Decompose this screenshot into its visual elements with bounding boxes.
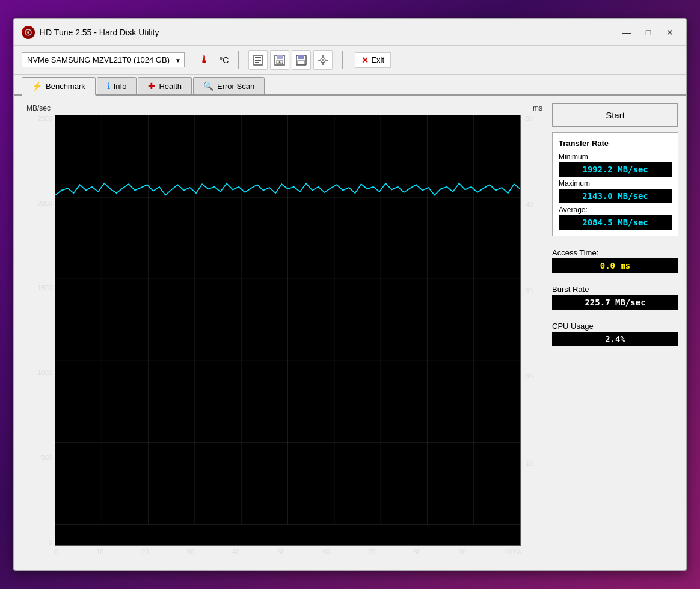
window-controls: — □ ✕ xyxy=(618,26,678,39)
minimum-label: Minimum xyxy=(559,153,672,161)
report-icon-button[interactable] xyxy=(248,50,268,70)
toolbar-separator xyxy=(238,51,239,69)
y-label-right-20: 20 xyxy=(523,373,545,380)
y-axis-title-left-container: MB/sec ms xyxy=(22,103,545,115)
svg-rect-6 xyxy=(255,62,259,63)
save-button[interactable] xyxy=(292,50,311,70)
burst-rate-container: Burst Rate 225.7 MB/sec xyxy=(552,282,678,310)
x-label-80: 80 xyxy=(413,548,420,563)
y-label-right-50: 50 xyxy=(523,115,545,122)
title-bar: HD Tune 2.55 - Hard Disk Utility — □ ✕ xyxy=(14,19,686,46)
minimum-value: 1992.2 MB/sec xyxy=(559,162,672,177)
x-label-10: 10 xyxy=(96,548,103,563)
x-label-70: 70 xyxy=(368,548,375,563)
burst-rate-value: 225.7 MB/sec xyxy=(552,295,678,310)
options-button[interactable] xyxy=(313,50,333,70)
cpu-usage-container: CPU Usage 2.4% xyxy=(552,319,678,346)
info-tab-label: Info xyxy=(114,82,127,91)
main-content: MB/sec ms 2500 2000 1500 1000 500 0 xyxy=(14,96,686,570)
chart-svg xyxy=(55,115,520,545)
svg-rect-8 xyxy=(277,55,283,59)
temp-value: – °C xyxy=(212,55,229,65)
cpu-usage-value: 2.4% xyxy=(552,332,678,346)
y-label-right-40: 40 xyxy=(523,201,545,208)
tab-benchmark[interactable]: ⚡ Benchmark xyxy=(22,77,96,96)
x-label-100: 100% xyxy=(504,548,521,563)
exit-button[interactable]: ✕ Start Exit xyxy=(355,52,391,68)
toolbar-separator-2 xyxy=(342,51,343,69)
x-label-90: 90 xyxy=(459,548,466,563)
maximum-value: 2143.0 MB/sec xyxy=(559,189,672,203)
y-label-500: 500 xyxy=(22,454,55,461)
chart-container: MB/sec ms 2500 2000 1500 1000 500 0 xyxy=(22,103,545,563)
tab-bar: ⚡ Benchmark ℹ Info ✚ Health 🔍 Error Scan xyxy=(14,75,686,96)
access-time-value: 0.0 ms xyxy=(552,258,678,273)
app-icon xyxy=(22,26,35,39)
transfer-rate-box: Transfer Rate Minimum 1992.2 MB/sec Maxi… xyxy=(552,132,678,236)
tab-info[interactable]: ℹ Info xyxy=(97,77,137,94)
error-scan-tab-icon: 🔍 xyxy=(203,81,213,91)
start-button[interactable]: Start xyxy=(552,103,678,127)
health-tab-icon: ✚ xyxy=(148,81,155,91)
maximum-label: Maximum xyxy=(559,179,672,188)
y-label-right-30: 30 xyxy=(523,287,545,294)
y-labels-right: 50 40 30 20 10 xyxy=(521,115,545,563)
health-tab-label: Health xyxy=(159,82,182,91)
y-label-right-10: 10 xyxy=(523,460,545,467)
average-label: Average: xyxy=(559,206,672,214)
main-window: HD Tune 2.55 - Hard Disk Utility — □ ✕ N… xyxy=(13,18,687,571)
close-button[interactable]: ✕ xyxy=(662,26,678,39)
maximize-button[interactable]: □ xyxy=(640,26,657,39)
average-value: 2084.5 MB/sec xyxy=(559,215,672,230)
svg-rect-12 xyxy=(298,55,304,59)
y-label-2000: 2000 xyxy=(22,200,55,207)
tab-error-scan[interactable]: 🔍 Error Scan xyxy=(193,77,265,94)
svg-point-10 xyxy=(279,61,281,63)
chart-area xyxy=(55,115,521,546)
error-scan-tab-label: Error Scan xyxy=(217,82,254,91)
minimize-button[interactable]: — xyxy=(618,26,635,39)
x-label-40: 40 xyxy=(232,548,239,563)
svg-rect-5 xyxy=(255,60,261,61)
cpu-usage-label: CPU Usage xyxy=(552,322,678,331)
thermometer-icon: 🌡 xyxy=(199,53,210,66)
svg-rect-13 xyxy=(298,61,305,64)
access-time-container: Access Time: 0.0 ms xyxy=(552,246,678,273)
info-tab-icon: ℹ xyxy=(107,81,110,91)
x-label-20: 20 xyxy=(141,548,149,563)
y-axis-title-right: ms xyxy=(533,104,542,112)
x-labels: 0 10 20 30 40 50 60 70 80 90 100% xyxy=(55,546,521,563)
transfer-rate-title: Transfer Rate xyxy=(559,139,672,148)
x-label-30: 30 xyxy=(187,548,194,563)
temperature-display: 🌡 – °C xyxy=(199,53,229,66)
y-label-0: 0 xyxy=(22,539,55,546)
y-label-1000: 1000 xyxy=(22,369,55,376)
chart-with-labels: 2500 2000 1500 1000 500 0 xyxy=(22,115,545,563)
svg-point-2 xyxy=(27,31,29,34)
y-label-2500: 2500 xyxy=(22,115,55,122)
svg-point-15 xyxy=(322,59,324,61)
x-label-50: 50 xyxy=(277,548,284,563)
right-panel: Start Transfer Rate Minimum 1992.2 MB/se… xyxy=(552,103,678,563)
title-left: HD Tune 2.55 - Hard Disk Utility xyxy=(22,26,159,39)
disk-dropdown[interactable]: NVMe SAMSUNG MZVL21T0 (1024 GB) xyxy=(22,52,185,67)
benchmark-tab-label: Benchmark xyxy=(46,82,85,91)
burst-rate-label: Burst Rate xyxy=(552,285,678,294)
y-label-1500: 1500 xyxy=(22,284,55,291)
toolbar: NVMe SAMSUNG MZVL21T0 (1024 GB) 🌡 – °C xyxy=(14,46,686,75)
svg-rect-4 xyxy=(255,57,261,58)
x-label-60: 60 xyxy=(323,548,330,563)
window-title: HD Tune 2.55 - Hard Disk Utility xyxy=(40,28,159,37)
access-time-label: Access Time: xyxy=(552,248,678,257)
disk-selector[interactable]: NVMe SAMSUNG MZVL21T0 (1024 GB) xyxy=(22,52,185,67)
benchmark-tab-icon: ⚡ xyxy=(32,81,42,91)
exit-text: Exit xyxy=(371,55,384,64)
toolbar-icons xyxy=(248,50,333,70)
save-report-button[interactable] xyxy=(270,50,289,70)
y-axis-title: MB/sec xyxy=(26,104,51,112)
y-labels-left: 2500 2000 1500 1000 500 0 xyxy=(22,115,55,563)
x-label-0: 0 xyxy=(55,548,58,563)
tab-health[interactable]: ✚ Health xyxy=(138,77,192,94)
chart-inner-wrap: 0 10 20 30 40 50 60 70 80 90 100% xyxy=(55,115,521,563)
